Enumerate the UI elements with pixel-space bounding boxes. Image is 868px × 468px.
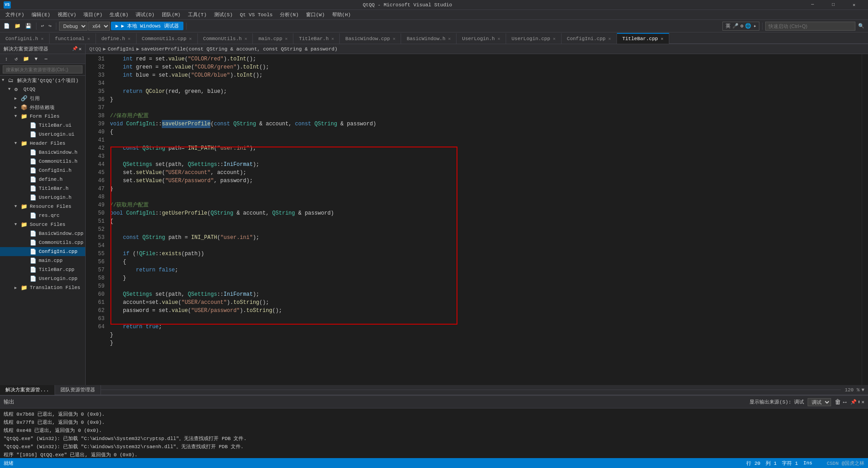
tree-userlogin-ui[interactable]: 📄 UserLogin.ui [0,130,85,139]
arch-dropdown[interactable]: x64 [88,22,110,31]
tab-configini-cpp[interactable]: ConfigIni.cpp ✕ [562,33,617,44]
tab-close[interactable]: ✕ [285,36,288,41]
tab-close[interactable]: ✕ [189,36,192,41]
sec-tab-team[interactable]: 团队资源管理器 [55,385,101,395]
menu-build[interactable]: 生成(B) [106,10,132,19]
tree-project[interactable]: ▼ ⚙ QtQQ [0,85,85,94]
zoom-dropdown-icon[interactable]: ▼ [861,387,864,393]
tree-source-files[interactable]: ▼ 📁 Source Files [0,220,85,229]
maximize-button[interactable]: □ [823,0,844,10]
tab-basicwindow-cpp[interactable]: BasicWindow.cpp ✕ [340,33,401,44]
sidebar-pin[interactable]: 📌 [72,46,78,52]
panel-close-btn[interactable]: ✕ [861,399,864,405]
menu-view[interactable]: 视图(V) [54,10,80,19]
sidebar-filter-btn[interactable]: ▼ [32,55,41,63]
menu-help[interactable]: 帮助(H) [329,10,355,19]
menu-edit[interactable]: 编辑(E) [28,10,54,19]
toolbar-save[interactable]: 💾 [23,22,33,30]
tab-close[interactable]: ✕ [331,36,334,41]
sidebar-sync-btn[interactable]: ↕ [2,55,11,63]
quick-search-input[interactable] [765,22,855,31]
sidebar-close[interactable]: ✕ [78,46,82,52]
panel-float-btn[interactable]: ⬆ [858,399,861,405]
tab-commonutils-h[interactable]: CommonUtils.h ✕ [198,33,253,44]
sidebar-refresh-btn[interactable]: ↺ [12,55,21,63]
tab-titlebar-cpp[interactable]: TitleBar.cpp ✕ [617,33,669,44]
tree-item-label: TitleBar.h [39,186,69,191]
tab-define-h[interactable]: define.h ✕ [96,33,137,44]
tree-external-deps[interactable]: ▶ 📦 外部依赖项 [0,103,85,112]
search-icon[interactable]: 🔍 [856,22,866,30]
tree-res-qrc[interactable]: 📄 res.qrc [0,211,85,220]
code-editor[interactable]: 31 32 33 34 35 36 37 38 39 40 41 42 43 4… [86,54,868,385]
menu-project[interactable]: 项目(P) [80,10,106,19]
tab-configini-h[interactable]: Configini.h ✕ [0,33,50,44]
debug-mode-dropdown[interactable]: Debug [59,22,87,31]
tree-main-cpp[interactable]: 📄 main.cpp [0,256,85,265]
tab-close[interactable]: ✕ [661,36,663,41]
tree-translation-files[interactable]: ▶ 📁 Translation Files [0,283,85,292]
tree-define-h[interactable]: 📄 define.h [0,175,85,184]
toolbar-redo[interactable]: ↪ [47,22,54,30]
tree-titlebar-h[interactable]: 📄 TitleBar.h [0,184,85,193]
sidebar-search-input[interactable] [3,65,82,73]
tree-header-files[interactable]: ▼ 📁 Header Files [0,139,85,148]
tree-userlogin-h[interactable]: 📄 UserLogin.h [0,193,85,202]
tab-titlebar-h[interactable]: TitleBar.h ✕ [293,33,340,44]
sidebar-folder-btn[interactable]: 📁 [22,55,31,63]
menu-debug[interactable]: 调试(D) [132,10,158,19]
tab-close[interactable]: ✕ [393,36,395,41]
panel-pin-btn[interactable]: 📌 [850,399,857,405]
tree-basicwindow-cpp[interactable]: 📄 BasicWindow.cpp [0,229,85,238]
code-content[interactable]: int red = set.value("COLOR/red").toInt()… [108,54,862,385]
toolbar-new[interactable]: 📄 [2,22,12,30]
sec-tab-solution-explorer[interactable]: 解决方案资源管... [0,385,55,395]
sidebar-menu-btn[interactable]: ⋯ [41,55,50,63]
toolbar-open[interactable]: 📁 [13,22,23,30]
tree-solution[interactable]: ▼ 🗂 解决方案'QtQQ'(1个项目) [0,76,85,85]
tab-close[interactable]: ✕ [128,36,131,41]
window-controls[interactable]: ─ □ ✕ [802,0,864,10]
tab-userlogin-cpp[interactable]: UserLogin.cpp ✕ [506,33,562,44]
tab-commonutils-cpp[interactable]: CommonUtils.cpp ✕ [137,33,198,44]
output-wrap-btn[interactable]: ↔ [843,399,846,406]
tree-configini-h[interactable]: 📄 ConfigIni.h [0,166,85,175]
tab-close[interactable]: ✕ [244,36,247,41]
menu-window[interactable]: 窗口(W) [302,10,329,19]
tree-references[interactable]: ▶ 🔗 引用 [0,94,85,103]
menu-analyze[interactable]: 分析(N) [276,10,302,19]
tree-configini-cpp[interactable]: 📄 ConfigIni.cpp [0,247,85,256]
toolbar-undo[interactable]: ↩ [39,22,46,30]
output-clear-btn[interactable]: 🗑 [835,399,841,406]
sidebar-title: 解决方案资源管理器 [4,46,48,52]
file-icon: 📄 [30,122,37,129]
tree-form-files[interactable]: ▼ 📁 Form Files [0,112,85,121]
tree-userlogin-cpp[interactable]: 📄 UserLogin.cpp [0,274,85,283]
close-button[interactable]: ✕ [844,0,864,10]
tab-close[interactable]: ✕ [608,36,611,41]
tree-resource-files[interactable]: ▼ 📁 Resource Files [0,202,85,211]
tab-main-cpp[interactable]: main.cpp ✕ [253,33,293,44]
minimize-button[interactable]: ─ [802,0,823,10]
menu-qt[interactable]: Qt VS Tools [236,11,276,18]
tree-commonutils-cpp[interactable]: 📄 CommonUtils.cpp [0,238,85,247]
menu-test[interactable]: 测试(S) [210,10,237,19]
tree-basicwindow-h[interactable]: 📄 BasicWindow.h [0,148,85,157]
vertical-scrollbar[interactable] [862,54,868,385]
tab-close[interactable]: ✕ [87,36,90,41]
tab-userlogin-h[interactable]: UserLogin.h ✕ [457,33,506,44]
tab-close[interactable]: ✕ [553,36,556,41]
tab-close[interactable]: ✕ [498,36,500,41]
tab-basicwindow-h[interactable]: BasicWindow.h ✕ [401,33,457,44]
tree-titlebar-ui[interactable]: 📄 TitleBar.ui [0,121,85,130]
tab-close[interactable]: ✕ [448,36,451,41]
output-source-dropdown[interactable]: 调试 [808,398,831,406]
menu-team[interactable]: 团队(M) [158,10,184,19]
tab-close[interactable]: ✕ [41,36,44,41]
tree-titlebar-cpp[interactable]: 📄 TitleBar.cpp [0,265,85,274]
tab-functional[interactable]: functional ✕ [50,33,96,44]
run-button[interactable]: ▶ ▶ 本地 Windows 调试器 [111,22,183,30]
menu-file[interactable]: 文件(F) [2,10,28,19]
tree-commonutils-h[interactable]: 📄 CommonUtils.h [0,157,85,166]
menu-tools[interactable]: 工具(T) [184,10,210,19]
